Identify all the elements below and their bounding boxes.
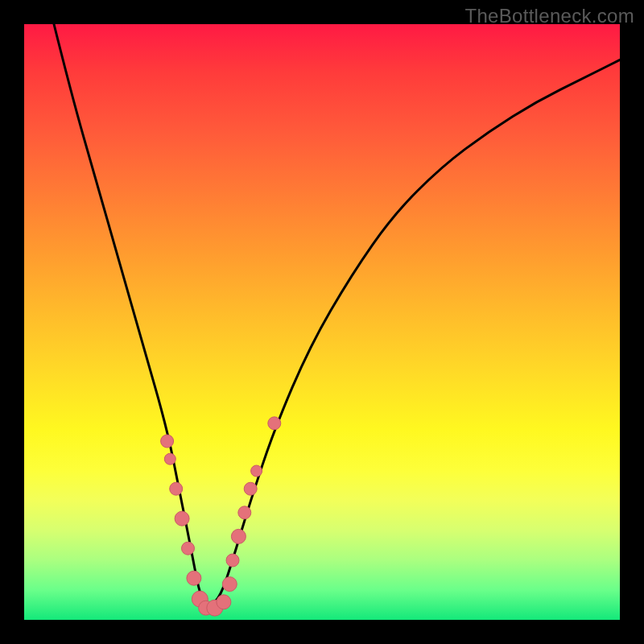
data-marker [244, 482, 257, 495]
data-marker [161, 435, 174, 448]
data-marker [187, 571, 201, 585]
data-marker [222, 577, 237, 592]
watermark-text: TheBottleneck.com [464, 5, 634, 27]
plot-area [24, 24, 620, 620]
bottleneck-curve-svg [24, 24, 620, 620]
curve-group [54, 24, 620, 605]
data-marker [170, 482, 183, 495]
data-marker [238, 506, 251, 519]
data-marker [251, 465, 262, 477]
bottleneck-curve [54, 24, 620, 605]
data-marker [217, 595, 231, 609]
data-marker [182, 542, 195, 555]
data-marker [164, 453, 175, 464]
chart-frame: TheBottleneck.com [0, 0, 644, 644]
data-marker [231, 529, 246, 543]
data-marker [175, 511, 189, 526]
data-marker [226, 554, 239, 567]
markers-group [161, 417, 281, 616]
data-marker [268, 417, 281, 430]
